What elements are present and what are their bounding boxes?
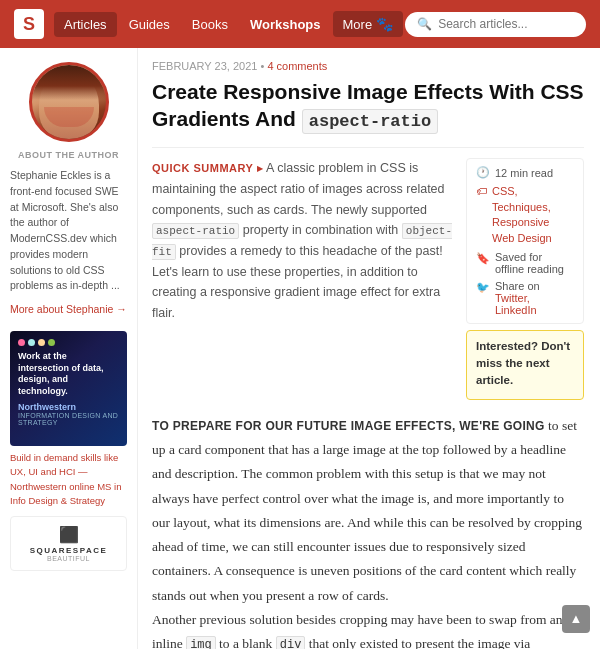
author-avatar [29,62,109,142]
sidebar: ABOUT THE AUTHOR Stephanie Eckles is a f… [0,48,138,649]
tags-row: 🏷 CSS, Techniques, Responsive Web Design [476,184,574,246]
meta-info-box: 🕐 12 min read 🏷 CSS, Techniques, Respons… [466,158,584,324]
bp2-code2: div [276,636,306,649]
save-label: Saved for offline reading [495,251,574,275]
quick-summary: QUICK SUMMARY ▸ A classic problem in CSS… [152,158,456,399]
qs-code1: aspect-ratio [152,223,239,239]
main-nav: Articles Guides Books Workshops More 🐾 [54,11,403,37]
about-author-label: ABOUT THE AUTHOR [10,150,127,160]
nav-item-guides[interactable]: Guides [119,12,180,37]
author-more-link[interactable]: More about Stephanie → [10,303,127,315]
search-box: 🔍 [405,12,586,37]
qs-mid: property in combination with [239,223,402,237]
article-title: Create Responsive Image Effects With CSS… [152,78,584,133]
body-paragraph-1: TO PREPARE FOR OUR FUTURE IMAGE EFFECTS,… [152,414,584,608]
save-row: 🔖 Saved for offline reading [476,251,574,275]
share-label: Share on [495,280,540,292]
northwestern-ad[interactable]: Work at the intersection of data, design… [10,331,127,446]
ad-dots [18,339,119,346]
chevron-up-icon: ▲ [570,611,583,627]
tags-links[interactable]: CSS, Techniques, Responsive Web Design [492,184,574,246]
ad-link[interactable]: Build in demand skills like UX, UI and H… [10,451,127,508]
tag-icon: 🏷 [476,185,487,197]
twitter-icon: 🐦 [476,281,490,294]
body-paragraph-2: Another previous solution besides croppi… [152,608,584,649]
sq-sub-label: BEAUTIFUL [47,555,90,562]
read-time-row: 🕐 12 min read [476,166,574,179]
site-header: S Articles Guides Books Workshops More 🐾… [0,0,600,48]
article-date: FEBRUARY 23, 2021 [152,60,257,72]
side-meta-panel: 🕐 12 min read 🏷 CSS, Techniques, Respons… [466,158,584,399]
body-para1-lead: TO PREPARE FOR OUR FUTURE IMAGE EFFECTS,… [152,419,545,433]
title-code: aspect-ratio [302,109,438,134]
squarespace-ad[interactable]: ⬛ SQUARESPACE BEAUTIFUL [10,516,127,571]
nav-item-workshops[interactable]: Workshops [240,12,331,37]
bp2-mid1: to a blank [216,636,276,649]
nav-item-books[interactable]: Books [182,12,238,37]
read-time-label: 12 min read [495,167,553,179]
main-article: FEBRUARY 23, 2021 • 4 comments Create Re… [138,48,600,649]
quick-summary-label: QUICK SUMMARY ▸ [152,162,263,174]
scroll-to-top-button[interactable]: ▲ [562,605,590,633]
share-row: 🐦 Share on Twitter, LinkedIn [476,280,574,316]
ad-main-text: Work at the intersection of data, design… [18,351,119,398]
bookmark-icon: 🔖 [476,252,490,265]
nav-item-more[interactable]: More 🐾 [333,11,404,37]
search-icon: 🔍 [417,17,432,32]
search-input[interactable] [438,17,574,31]
body-para1-text: to set up a card component that has a la… [152,418,582,603]
more-icon: 🐾 [376,16,393,32]
nav-item-articles[interactable]: Articles [54,12,117,37]
interested-box: Interested? Don't miss the next article. [466,330,584,400]
clock-icon: 🕐 [476,166,490,179]
ad-logo-text: Northwestern [18,402,119,412]
interested-title: Interested? Don't miss the next article. [476,338,574,390]
bp2-mid2: that only existed to present the image v… [305,636,530,649]
bp2-code1: img [186,636,216,649]
sq-logo-icon: ⬛ [59,525,79,544]
author-bio-text: Stephanie Eckles is a front-end focused … [10,168,127,294]
article-body: TO PREPARE FOR OUR FUTURE IMAGE EFFECTS,… [152,414,584,649]
comments-link[interactable]: 4 comments [267,60,327,72]
more-label: More [343,17,373,32]
site-logo[interactable]: S [14,9,44,39]
sq-label: SQUARESPACE [30,546,108,555]
page-body: ABOUT THE AUTHOR Stephanie Eckles is a f… [0,48,600,649]
ad-sub-text: INFORMATION DESIGN AND STRATEGY [18,412,119,426]
share-text: Share on Twitter, LinkedIn [495,280,574,316]
qs-end: provides a remedy to this headache of th… [152,244,443,320]
summary-meta-row: QUICK SUMMARY ▸ A classic problem in CSS… [152,147,584,399]
article-meta-top: FEBRUARY 23, 2021 • 4 comments [152,60,584,72]
share-links[interactable]: Twitter, LinkedIn [495,292,537,316]
